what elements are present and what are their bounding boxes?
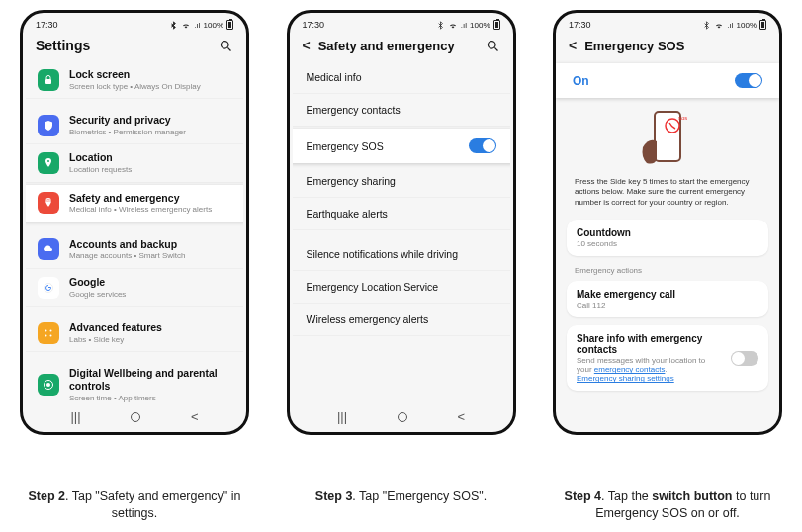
nav-bar: ||| <: [26, 404, 243, 426]
safety-item[interactable]: Emergency SOS: [293, 129, 510, 163]
item-title: Location: [69, 151, 231, 164]
bluetooth-icon: [702, 21, 711, 30]
nav-back-icon[interactable]: <: [191, 409, 199, 424]
sos-icon: SOS: [38, 192, 59, 214]
battery-pct: 100%: [470, 21, 490, 30]
wifi-icon: [181, 21, 191, 30]
item-title: Safety and emergency: [69, 192, 231, 205]
sos-header: < Emergency SOS: [559, 32, 776, 61]
safety-item[interactable]: Wireless emergency alerts: [293, 304, 510, 336]
item-title: Security and privacy: [69, 114, 231, 127]
back-button[interactable]: <: [303, 38, 311, 53]
sos-toggle[interactable]: [735, 73, 762, 88]
caption-step-2: Step 2. Tap "Safety and emergency" in se…: [20, 488, 249, 522]
toggle[interactable]: [469, 138, 496, 153]
signal-text: .ıl: [461, 21, 467, 30]
shield-icon: [38, 115, 59, 136]
share-title: Share info with emergency contacts: [577, 333, 723, 355]
safety-item[interactable]: Medical info: [293, 61, 510, 94]
svg-point-7: [50, 329, 52, 331]
countdown-title: Countdown: [577, 227, 758, 238]
svg-text:SOS: SOS: [45, 199, 51, 203]
item-sub: Screen time • App timers: [69, 394, 231, 403]
lock-icon: [38, 69, 59, 91]
settings-item-sos[interactable]: SOSSafety and emergencyMedical info • Wi…: [26, 185, 243, 222]
status-bar: 17:30 .ıl 100%: [26, 17, 243, 32]
item-label: Earthquake alerts: [307, 208, 388, 220]
make-call-row[interactable]: Make emergency call Call 112: [567, 281, 768, 317]
sos-master-toggle-row[interactable]: On: [556, 63, 779, 98]
nav-home-icon[interactable]: [398, 412, 407, 422]
svg-point-3: [47, 160, 49, 162]
share-toggle[interactable]: [731, 351, 758, 366]
battery-pct: 100%: [737, 21, 757, 30]
caption-step-3: Step 3. Tap "Emergency SOS".: [287, 488, 516, 522]
svg-point-11: [46, 383, 50, 387]
safety-item[interactable]: Earthquake alerts: [293, 198, 510, 230]
status-icons: .ıl 100%: [702, 20, 766, 30]
wifi-icon: [448, 21, 458, 30]
sharing-settings-link[interactable]: Emergency sharing settings: [577, 374, 674, 383]
svg-point-6: [45, 329, 47, 331]
search-icon[interactable]: [486, 39, 500, 53]
phone-step-3: 17:30 .ıl 100% < Safety and emergency Me…: [287, 10, 516, 435]
wifi-icon: [714, 21, 724, 30]
settings-header: Settings: [26, 32, 243, 61]
search-icon[interactable]: [219, 39, 233, 53]
item-label: Wireless emergency alerts: [307, 313, 429, 325]
item-sub: Medical info • Wireless emergency alerts: [69, 205, 231, 215]
status-time: 17:30: [36, 20, 58, 30]
item-label: Silence notifications while driving: [307, 248, 459, 260]
bluetooth-icon: [436, 21, 445, 30]
nav-bar: ||| <: [293, 404, 510, 426]
dots-icon: [38, 322, 59, 344]
nav-recents-icon[interactable]: |||: [337, 409, 347, 424]
item-sub: Biometrics • Permission manager: [69, 128, 231, 137]
svg-line-14: [494, 47, 497, 50]
item-title: Lock screen: [69, 68, 231, 81]
sos-illustration: sos: [559, 100, 776, 177]
nav-home-icon[interactable]: [131, 412, 140, 422]
emergency-contacts-link[interactable]: emergency contacts: [594, 365, 666, 374]
countdown-row[interactable]: Countdown 10 seconds: [567, 220, 768, 256]
make-call-sub: Call 112: [577, 301, 758, 310]
status-time: 17:30: [569, 20, 591, 30]
svg-point-9: [50, 334, 52, 336]
safety-item[interactable]: Emergency contacts: [293, 94, 510, 127]
settings-item-cloud[interactable]: Accounts and backupManage accounts • Sma…: [26, 231, 243, 269]
item-title: Accounts and backup: [69, 238, 231, 251]
settings-item-lock[interactable]: Lock screenScreen lock type • Always On …: [26, 61, 243, 99]
item-label: Medical info: [307, 71, 362, 83]
safety-item[interactable]: Silence notifications while driving: [293, 238, 510, 271]
battery-icon: [493, 20, 500, 30]
share-info-row[interactable]: Share info with emergency contacts Send …: [567, 325, 768, 391]
signal-text: .ıl: [194, 21, 200, 30]
safety-list: Medical infoEmergency contactsEmergency …: [293, 61, 510, 404]
item-title: Digital Wellbeing and parental controls: [69, 367, 231, 392]
settings-item-google[interactable]: GoogleGoogle services: [26, 269, 243, 307]
safety-item[interactable]: Emergency sharing: [293, 165, 510, 198]
item-sub: Labs • Side key: [69, 335, 231, 345]
item-sub: Screen lock type • Always On Display: [69, 82, 231, 92]
safety-item[interactable]: Emergency Location Service: [293, 271, 510, 304]
bluetooth-icon: [169, 21, 178, 30]
share-sub: Send messages with your location to your…: [577, 356, 723, 383]
pin-icon: [38, 152, 59, 174]
battery-icon: [759, 20, 766, 30]
svg-point-8: [45, 334, 47, 336]
nav-back-icon[interactable]: <: [458, 409, 466, 424]
back-button[interactable]: <: [569, 38, 577, 53]
make-call-title: Make emergency call: [577, 289, 758, 300]
settings-list: Lock screenScreen lock type • Always On …: [26, 61, 243, 404]
svg-line-1: [227, 47, 230, 50]
settings-item-well[interactable]: Digital Wellbeing and parental controlsS…: [26, 360, 243, 404]
item-title: Google: [69, 276, 231, 289]
item-label: Emergency Location Service: [307, 281, 439, 293]
item-sub: Manage accounts • Smart Switch: [69, 251, 231, 261]
settings-item-dots[interactable]: Advanced featuresLabs • Side key: [26, 314, 243, 352]
settings-item-pin[interactable]: LocationLocation requests: [26, 144, 243, 182]
settings-item-shield[interactable]: Security and privacyBiometrics • Permiss…: [26, 107, 243, 144]
nav-recents-icon[interactable]: |||: [70, 409, 80, 424]
well-icon: [38, 374, 59, 396]
countdown-sub: 10 seconds: [577, 239, 758, 248]
